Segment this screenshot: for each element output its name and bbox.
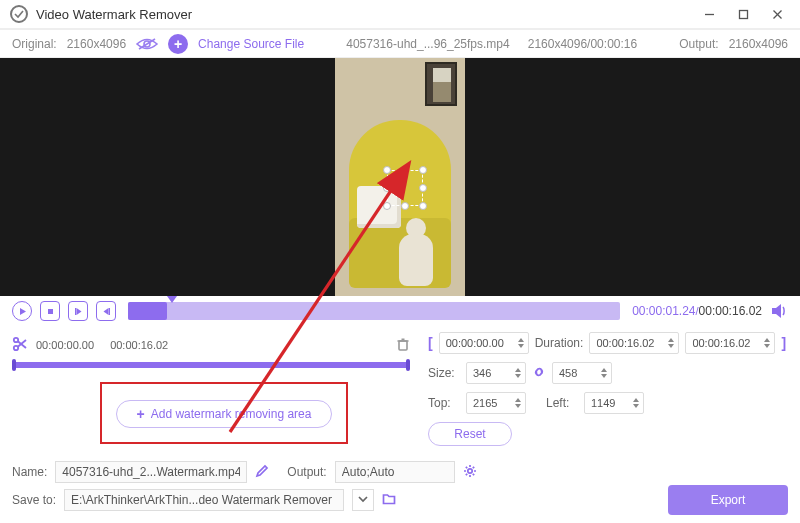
set-in-button[interactable]: [68, 301, 88, 321]
name-label: Name:: [12, 465, 47, 479]
maximize-button[interactable]: [726, 2, 760, 26]
save-to-label: Save to:: [12, 493, 56, 507]
svg-rect-1: [739, 10, 747, 18]
video-frame: [335, 58, 465, 296]
minimize-button[interactable]: [692, 2, 726, 26]
left-input[interactable]: [584, 392, 644, 414]
video-preview[interactable]: [0, 58, 800, 296]
save-path-input[interactable]: [64, 489, 344, 511]
play-button[interactable]: [12, 301, 32, 321]
scissors-icon[interactable]: [12, 336, 28, 355]
range-from-input[interactable]: [439, 332, 529, 354]
window-title: Video Watermark Remover: [36, 7, 192, 22]
top-label: Top:: [428, 396, 460, 410]
svg-line-15: [18, 340, 26, 347]
time-display: 00:00:01.24/00:00:16.02: [632, 304, 762, 318]
svg-rect-16: [399, 341, 407, 350]
output-label: Output:: [287, 465, 326, 479]
file-name: 4057316-uhd_...96_25fps.mp4: [346, 37, 509, 51]
stop-button[interactable]: [40, 301, 60, 321]
open-folder-icon[interactable]: [382, 492, 396, 509]
set-out-button[interactable]: [96, 301, 116, 321]
svg-marker-6: [20, 308, 26, 315]
timeline[interactable]: [128, 302, 620, 320]
size-label: Size:: [428, 366, 460, 380]
playhead-icon[interactable]: [167, 296, 177, 303]
export-button[interactable]: Export: [668, 485, 788, 515]
change-source-icon[interactable]: +: [168, 34, 188, 54]
svg-point-19: [468, 468, 472, 472]
duration-input[interactable]: [589, 332, 679, 354]
add-watermark-area-button[interactable]: + Add watermark removing area: [116, 400, 332, 428]
link-icon[interactable]: [532, 365, 546, 382]
left-label: Left:: [546, 396, 578, 410]
titlebar: Video Watermark Remover: [0, 0, 800, 30]
original-label: Original:: [12, 37, 57, 51]
original-resolution: 2160x4096: [67, 37, 126, 51]
plus-icon: +: [137, 406, 145, 422]
trim-end: 00:00:16.02: [110, 339, 168, 351]
duration-label: Duration:: [535, 336, 584, 350]
reset-button[interactable]: Reset: [428, 422, 512, 446]
range-start-bracket[interactable]: [: [428, 335, 433, 351]
gear-icon[interactable]: [463, 464, 477, 481]
change-source-button[interactable]: Change Source File: [198, 37, 304, 51]
svg-rect-7: [48, 309, 53, 314]
trim-start: 00:00:00.00: [36, 339, 94, 351]
svg-marker-8: [76, 308, 81, 315]
svg-line-14: [18, 341, 26, 348]
save-path-dropdown[interactable]: [352, 489, 374, 511]
close-button[interactable]: [760, 2, 794, 26]
height-input[interactable]: [552, 362, 612, 384]
svg-marker-10: [103, 308, 108, 315]
selection-box[interactable]: [385, 168, 425, 208]
app-logo-icon: [10, 5, 28, 23]
top-input[interactable]: [466, 392, 526, 414]
edit-icon[interactable]: [255, 464, 269, 481]
delete-icon[interactable]: [396, 337, 410, 354]
range-end-bracket[interactable]: ]: [781, 335, 786, 351]
output-resolution: 2160x4096: [729, 37, 788, 51]
name-input[interactable]: [55, 461, 247, 483]
svg-rect-9: [75, 308, 76, 315]
output-label: Output:: [679, 37, 718, 51]
playbar: 00:00:01.24/00:00:16.02: [0, 296, 800, 326]
file-info: 2160x4096/00:00:16: [528, 37, 637, 51]
trim-track[interactable]: [12, 362, 410, 368]
width-input[interactable]: [466, 362, 526, 384]
header-bar: Original: 2160x4096 + Change Source File…: [0, 30, 800, 58]
volume-icon[interactable]: [770, 302, 788, 320]
output-input[interactable]: [335, 461, 455, 483]
preview-original-icon[interactable]: [136, 37, 158, 51]
range-to-input[interactable]: [685, 332, 775, 354]
svg-rect-11: [108, 308, 109, 315]
